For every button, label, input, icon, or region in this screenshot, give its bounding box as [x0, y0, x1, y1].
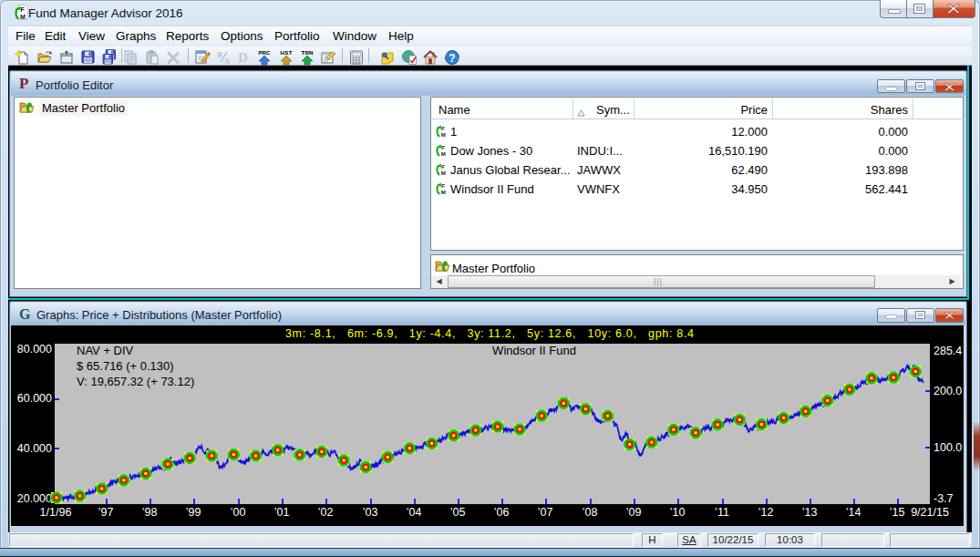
svg-text:40.000: 40.000 — [17, 442, 52, 455]
svg-text:PRC: PRC — [259, 49, 272, 56]
svg-text:’15: ’15 — [890, 506, 905, 519]
svg-text:9/21/15: 9/21/15 — [911, 506, 949, 519]
svg-text:’99: ’99 — [186, 506, 201, 519]
svg-text:1/1/96: 1/1/96 — [40, 506, 72, 519]
svg-text:Windsor II Fund: Windsor II Fund — [492, 344, 576, 357]
svg-text:-3.7: -3.7 — [934, 492, 954, 505]
svg-text:?: ? — [449, 52, 455, 65]
svg-text:200.0: 200.0 — [934, 385, 962, 397]
svg-text:20.000: 20.000 — [17, 492, 52, 505]
svg-text:’11: ’11 — [715, 506, 729, 519]
svg-text:’14: ’14 — [846, 506, 861, 519]
svg-text:’04: ’04 — [407, 506, 422, 519]
svg-text:3m: -8.1, 6m: -6.9, 1y: -4: 3m: -8.1, 6m: -6.9, 1y: -4.4, 3y: 11.2, … — [285, 327, 694, 340]
svg-text:’97: ’97 — [98, 506, 114, 519]
svg-text:60.000: 60.000 — [17, 392, 52, 405]
svg-text:’00: ’00 — [231, 506, 246, 519]
svg-text:’06: ’06 — [494, 506, 510, 519]
svg-text:$ 65.716 (+ 0.130): $ 65.716 (+ 0.130) — [77, 359, 174, 373]
svg-text:V: 19,657.32 (+ 73.12): V: 19,657.32 (+ 73.12) — [77, 375, 194, 388]
svg-text:’98: ’98 — [142, 506, 158, 519]
svg-text:80.000: 80.000 — [17, 343, 52, 356]
svg-text:D: D — [238, 50, 248, 65]
svg-text:100.0: 100.0 — [934, 441, 962, 454]
svg-text:TRN: TRN — [302, 49, 315, 56]
svg-text:NAV + DIV: NAV + DIV — [77, 344, 134, 357]
svg-text:M: M — [20, 14, 26, 20]
svg-text:’12: ’12 — [758, 506, 774, 519]
svg-text:’13: ’13 — [802, 506, 818, 519]
svg-text:’02: ’02 — [318, 506, 334, 519]
svg-text:HST: HST — [281, 49, 293, 56]
svg-text:’08: ’08 — [583, 506, 598, 519]
svg-text:’07: ’07 — [538, 506, 553, 519]
svg-text:’09: ’09 — [626, 506, 642, 519]
svg-text:G: G — [19, 306, 31, 322]
svg-text:285.4: 285.4 — [934, 345, 962, 357]
svg-text:’05: ’05 — [450, 506, 466, 519]
svg-text:’03: ’03 — [363, 506, 378, 519]
svg-text:S: S — [225, 57, 230, 66]
svg-text:’10: ’10 — [670, 506, 686, 519]
svg-text:’01: ’01 — [274, 506, 290, 519]
svg-text:F: F — [21, 6, 26, 13]
svg-text:P: P — [19, 75, 28, 92]
svg-text:B: B — [217, 50, 222, 59]
